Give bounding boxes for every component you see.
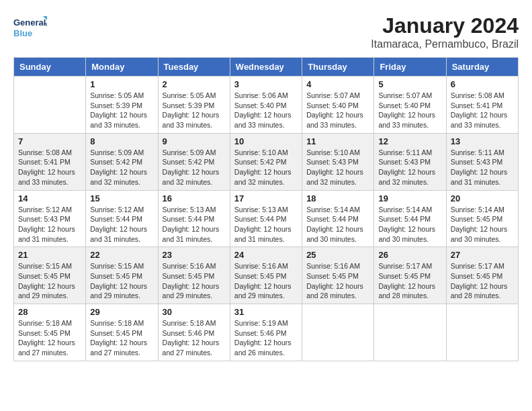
- day-header-tuesday: Tuesday: [158, 58, 230, 77]
- day-info: Sunrise: 5:18 AMSunset: 5:45 PMDaylight:…: [90, 318, 153, 358]
- day-info: Sunrise: 5:09 AMSunset: 5:42 PMDaylight:…: [90, 148, 153, 187]
- day-info: Sunrise: 5:18 AMSunset: 5:46 PMDaylight:…: [163, 318, 226, 358]
- calendar-cell: 14Sunrise: 5:12 AMSunset: 5:43 PMDayligh…: [14, 190, 86, 247]
- day-info: Sunrise: 5:10 AMSunset: 5:42 PMDaylight:…: [234, 148, 298, 187]
- calendar-cell: 13Sunrise: 5:11 AMSunset: 5:43 PMDayligh…: [446, 133, 518, 190]
- calendar-cell: 1Sunrise: 5:05 AMSunset: 5:39 PMDaylight…: [86, 77, 158, 134]
- day-number: 23: [163, 250, 226, 260]
- day-number: 6: [451, 79, 514, 89]
- day-number: 20: [451, 193, 514, 203]
- day-header-friday: Friday: [374, 58, 446, 77]
- day-header-monday: Monday: [86, 58, 158, 77]
- calendar-cell: 31Sunrise: 5:19 AMSunset: 5:46 PMDayligh…: [230, 304, 302, 361]
- calendar-cell: 28Sunrise: 5:18 AMSunset: 5:45 PMDayligh…: [14, 304, 86, 361]
- day-info: Sunrise: 5:12 AMSunset: 5:43 PMDaylight:…: [18, 205, 81, 244]
- day-info: Sunrise: 5:11 AMSunset: 5:43 PMDaylight:…: [451, 148, 514, 187]
- calendar-cell: 20Sunrise: 5:14 AMSunset: 5:45 PMDayligh…: [446, 190, 518, 247]
- day-number: 26: [378, 250, 441, 260]
- day-number: 16: [163, 193, 226, 203]
- day-number: 28: [18, 307, 81, 317]
- logo-svg: General Blue: [13, 13, 47, 43]
- calendar-cell: 4Sunrise: 5:07 AMSunset: 5:40 PMDaylight…: [302, 77, 374, 134]
- day-number: 7: [18, 136, 81, 146]
- day-info: Sunrise: 5:10 AMSunset: 5:43 PMDaylight:…: [306, 148, 369, 187]
- calendar-cell: 10Sunrise: 5:10 AMSunset: 5:42 PMDayligh…: [230, 133, 302, 190]
- calendar-cell: 9Sunrise: 5:09 AMSunset: 5:42 PMDaylight…: [158, 133, 230, 190]
- day-header-wednesday: Wednesday: [230, 58, 302, 77]
- calendar-cell: 29Sunrise: 5:18 AMSunset: 5:45 PMDayligh…: [86, 304, 158, 361]
- day-number: 29: [90, 307, 153, 317]
- day-info: Sunrise: 5:14 AMSunset: 5:44 PMDaylight:…: [378, 205, 441, 244]
- calendar-cell: [302, 304, 374, 361]
- day-info: Sunrise: 5:16 AMSunset: 5:45 PMDaylight:…: [234, 261, 298, 301]
- calendar-cell: 17Sunrise: 5:13 AMSunset: 5:44 PMDayligh…: [230, 190, 302, 247]
- calendar-cell: 22Sunrise: 5:15 AMSunset: 5:45 PMDayligh…: [86, 247, 158, 304]
- day-number: 10: [234, 136, 298, 146]
- page-header: General Blue January 2024 Itamaraca, Per…: [13, 13, 519, 50]
- day-info: Sunrise: 5:16 AMSunset: 5:45 PMDaylight:…: [306, 261, 369, 301]
- week-row-2: 7Sunrise: 5:08 AMSunset: 5:41 PMDaylight…: [14, 133, 519, 190]
- day-info: Sunrise: 5:13 AMSunset: 5:44 PMDaylight:…: [234, 205, 298, 244]
- day-info: Sunrise: 5:18 AMSunset: 5:45 PMDaylight:…: [18, 318, 81, 358]
- day-info: Sunrise: 5:16 AMSunset: 5:45 PMDaylight:…: [163, 261, 226, 301]
- day-number: 8: [90, 136, 153, 146]
- calendar-cell: 21Sunrise: 5:15 AMSunset: 5:45 PMDayligh…: [14, 247, 86, 304]
- day-number: 31: [234, 307, 298, 317]
- calendar-cell: 18Sunrise: 5:14 AMSunset: 5:44 PMDayligh…: [302, 190, 374, 247]
- calendar-cell: 27Sunrise: 5:17 AMSunset: 5:45 PMDayligh…: [446, 247, 518, 304]
- day-number: 4: [306, 79, 369, 89]
- title-area: January 2024 Itamaraca, Pernambuco, Braz…: [371, 13, 519, 50]
- day-number: 9: [163, 136, 226, 146]
- day-info: Sunrise: 5:12 AMSunset: 5:44 PMDaylight:…: [90, 205, 153, 244]
- page-subtitle: Itamaraca, Pernambuco, Brazil: [371, 38, 519, 50]
- day-info: Sunrise: 5:05 AMSunset: 5:39 PMDaylight:…: [90, 91, 153, 130]
- week-row-4: 21Sunrise: 5:15 AMSunset: 5:45 PMDayligh…: [14, 247, 519, 304]
- day-info: Sunrise: 5:08 AMSunset: 5:41 PMDaylight:…: [451, 91, 514, 130]
- calendar-cell: [14, 77, 86, 134]
- day-info: Sunrise: 5:14 AMSunset: 5:45 PMDaylight:…: [451, 205, 514, 244]
- day-header-thursday: Thursday: [302, 58, 374, 77]
- day-number: 14: [18, 193, 81, 203]
- calendar-cell: 26Sunrise: 5:17 AMSunset: 5:45 PMDayligh…: [374, 247, 446, 304]
- day-info: Sunrise: 5:08 AMSunset: 5:41 PMDaylight:…: [18, 148, 81, 187]
- calendar-cell: 6Sunrise: 5:08 AMSunset: 5:41 PMDaylight…: [446, 77, 518, 134]
- day-number: 24: [234, 250, 298, 260]
- day-info: Sunrise: 5:05 AMSunset: 5:39 PMDaylight:…: [163, 91, 226, 130]
- day-info: Sunrise: 5:17 AMSunset: 5:45 PMDaylight:…: [378, 261, 441, 301]
- day-number: 2: [163, 79, 226, 89]
- day-info: Sunrise: 5:15 AMSunset: 5:45 PMDaylight:…: [90, 261, 153, 301]
- week-row-5: 28Sunrise: 5:18 AMSunset: 5:45 PMDayligh…: [14, 304, 519, 361]
- calendar-cell: 23Sunrise: 5:16 AMSunset: 5:45 PMDayligh…: [158, 247, 230, 304]
- calendar-cell: 16Sunrise: 5:13 AMSunset: 5:44 PMDayligh…: [158, 190, 230, 247]
- calendar-header-row: SundayMondayTuesdayWednesdayThursdayFrid…: [14, 58, 519, 77]
- calendar-table: SundayMondayTuesdayWednesdayThursdayFrid…: [13, 57, 519, 361]
- day-number: 30: [163, 307, 226, 317]
- day-number: 5: [378, 79, 441, 89]
- svg-text:Blue: Blue: [13, 28, 32, 38]
- day-number: 1: [90, 79, 153, 89]
- day-number: 15: [90, 193, 153, 203]
- day-info: Sunrise: 5:19 AMSunset: 5:46 PMDaylight:…: [234, 318, 298, 358]
- day-info: Sunrise: 5:15 AMSunset: 5:45 PMDaylight:…: [18, 261, 81, 301]
- calendar-cell: 12Sunrise: 5:11 AMSunset: 5:43 PMDayligh…: [374, 133, 446, 190]
- day-number: 18: [306, 193, 369, 203]
- day-header-sunday: Sunday: [14, 58, 86, 77]
- day-number: 19: [378, 193, 441, 203]
- day-number: 11: [306, 136, 369, 146]
- calendar-cell: 8Sunrise: 5:09 AMSunset: 5:42 PMDaylight…: [86, 133, 158, 190]
- calendar-cell: 11Sunrise: 5:10 AMSunset: 5:43 PMDayligh…: [302, 133, 374, 190]
- week-row-3: 14Sunrise: 5:12 AMSunset: 5:43 PMDayligh…: [14, 190, 519, 247]
- calendar-cell: 3Sunrise: 5:06 AMSunset: 5:40 PMDaylight…: [230, 77, 302, 134]
- calendar-cell: 2Sunrise: 5:05 AMSunset: 5:39 PMDaylight…: [158, 77, 230, 134]
- day-number: 17: [234, 193, 298, 203]
- calendar-cell: 15Sunrise: 5:12 AMSunset: 5:44 PMDayligh…: [86, 190, 158, 247]
- page-title: January 2024: [371, 13, 519, 38]
- day-info: Sunrise: 5:13 AMSunset: 5:44 PMDaylight:…: [163, 205, 226, 244]
- day-number: 21: [18, 250, 81, 260]
- day-info: Sunrise: 5:17 AMSunset: 5:45 PMDaylight:…: [451, 261, 514, 301]
- week-row-1: 1Sunrise: 5:05 AMSunset: 5:39 PMDaylight…: [14, 77, 519, 134]
- day-number: 25: [306, 250, 369, 260]
- day-number: 13: [451, 136, 514, 146]
- day-number: 12: [378, 136, 441, 146]
- svg-text:General: General: [13, 17, 46, 28]
